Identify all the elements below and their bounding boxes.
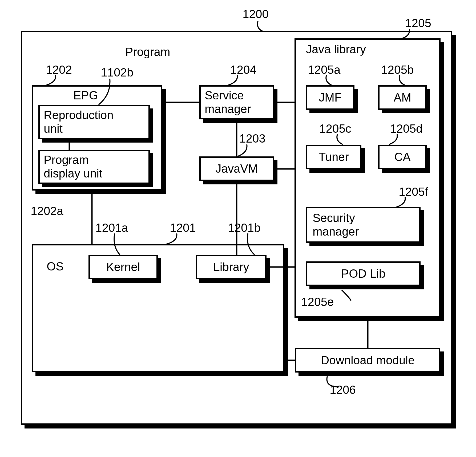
connectors (0, 0, 476, 457)
diagram-canvas: Program 1200 Java library 1205 JMF 1205a… (0, 0, 476, 457)
